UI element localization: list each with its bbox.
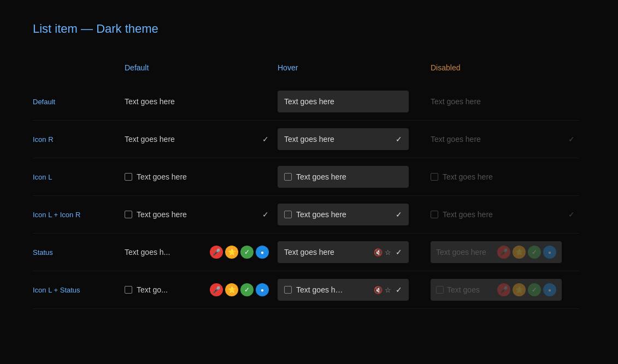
cell-text: Text go... — [137, 285, 168, 294]
checkbox-icon — [125, 286, 132, 294]
star-icon: ⭐ — [225, 283, 238, 296]
cell-default-default[interactable]: Text goes here — [120, 83, 273, 121]
checkbox-icon — [431, 211, 438, 218]
cell-text: Text goes h... — [125, 248, 170, 256]
checkmark-icon: ✓ — [396, 135, 402, 144]
checkbox-icon — [125, 173, 132, 181]
cell-text: Text goes here — [284, 135, 334, 144]
mic-off-icon: 🔇 — [374, 286, 382, 294]
cell-iconlstatus-hover[interactable]: Text goes here 🔇 ☆ ✓ — [273, 271, 426, 309]
star-icon: ⭐ — [513, 246, 526, 259]
checkmark-icon: ✓ — [262, 210, 269, 219]
cell-iconl-disabled: Text goes here — [426, 158, 579, 196]
check-circle-icon: ✓ — [528, 283, 541, 296]
checkbox-icon — [284, 286, 292, 294]
cell-text: Text goes here — [443, 172, 493, 181]
row-label-default: Default — [33, 83, 120, 121]
check-circle-icon: ✓ — [528, 246, 541, 259]
star-outline-icon: ☆ — [385, 286, 391, 294]
cell-text: Text goes here — [443, 210, 493, 219]
hover-status-icons: 🔇 ☆ ✓ — [374, 285, 402, 294]
cell-text: Text goes here — [431, 97, 481, 106]
cell-default-hover[interactable]: Text goes here — [273, 83, 426, 121]
row-label-status: Status — [33, 234, 120, 271]
cell-text: Text goes here — [431, 135, 481, 144]
mic-off-icon: 🎤 — [497, 283, 510, 296]
mic-off-icon: 🔇 — [374, 248, 382, 256]
status-icons-disabled: 🎤 ⭐ ✓ ● — [497, 283, 556, 296]
col-header-default: Default — [120, 63, 273, 83]
checkbox-icon — [284, 173, 292, 181]
cell-iconlr-disabled: Text goes here ✓ — [426, 196, 579, 234]
cell-text: Text goes here — [125, 97, 175, 106]
cell-text: Text goes here — [137, 172, 187, 181]
row-label-icon-l-status: Icon L + Status — [33, 271, 120, 309]
cell-status-default[interactable]: Text goes h... 🎤 ⭐ ✓ ● — [120, 234, 273, 271]
checkbox-icon — [431, 173, 438, 181]
dot-icon: ● — [543, 283, 556, 296]
mic-off-icon: 🎤 — [210, 283, 223, 296]
status-icons: 🎤 ⭐ ✓ ● — [210, 246, 269, 259]
status-icons-disabled: 🎤 ⭐ ✓ ● — [497, 246, 556, 259]
dot-icon: ● — [256, 246, 269, 259]
cell-text: Text goes here — [284, 248, 369, 256]
cell-iconl-default[interactable]: Text goes here — [120, 158, 273, 196]
check-circle-icon: ✓ — [240, 283, 254, 296]
checkbox-icon — [284, 211, 292, 218]
hover-status-icons: 🔇 ☆ ✓ — [374, 248, 402, 256]
star-icon: ⭐ — [513, 283, 526, 296]
dot-icon: ● — [256, 283, 269, 296]
cell-iconl-hover[interactable]: Text goes here — [273, 158, 426, 196]
row-header-empty — [33, 63, 120, 83]
cell-iconlstatus-disabled: Text goes 🎤 ⭐ ✓ ● — [426, 271, 579, 309]
cell-text: Text goes here — [296, 210, 346, 219]
cell-text: Text goes here — [137, 210, 187, 219]
checkmark-icon: ✓ — [396, 285, 402, 294]
checkbox-icon — [436, 286, 444, 294]
cell-iconlr-hover[interactable]: Text goes here ✓ — [273, 196, 426, 234]
star-outline-icon: ☆ — [385, 248, 391, 256]
col-header-disabled: Disabled — [426, 63, 579, 83]
row-label-icon-l: Icon L — [33, 158, 120, 196]
cell-default-disabled: Text goes here — [426, 83, 579, 121]
cell-iconr-hover[interactable]: Text goes here ✓ — [273, 121, 426, 158]
cell-status-hover[interactable]: Text goes here 🔇 ☆ ✓ — [273, 234, 426, 271]
checkmark-icon: ✓ — [262, 135, 269, 144]
col-header-hover: Hover — [273, 63, 426, 83]
cell-text: Text goes — [447, 285, 480, 294]
cell-text: Text goes here — [296, 172, 346, 181]
main-grid: Default Hover Disabled Default Text goes… — [33, 63, 585, 309]
checkmark-icon: ✓ — [396, 210, 402, 219]
cell-text: Text goes here — [436, 248, 494, 256]
cell-iconr-disabled: Text goes here ✓ — [426, 121, 579, 158]
cell-iconlstatus-default[interactable]: Text go... 🎤 ⭐ ✓ ● — [120, 271, 273, 309]
cell-iconlr-default[interactable]: Text goes here ✓ — [120, 196, 273, 234]
checkmark-icon: ✓ — [568, 210, 575, 219]
dot-icon: ● — [543, 246, 556, 259]
cell-text: Text goes here — [125, 135, 175, 144]
status-icons: 🎤 ⭐ ✓ ● — [210, 283, 269, 296]
mic-off-icon: 🎤 — [497, 246, 510, 259]
cell-text: Text goes here — [284, 97, 334, 106]
row-label-icon-l-r: Icon L + Icon R — [33, 196, 120, 234]
check-circle-icon: ✓ — [240, 246, 254, 259]
star-icon: ⭐ — [225, 246, 238, 259]
cell-text: Text goes here — [296, 285, 345, 294]
page-title: List item — Dark theme — [33, 22, 585, 36]
mic-off-icon: 🎤 — [210, 246, 223, 259]
checkmark-icon: ✓ — [568, 135, 575, 144]
row-label-icon-r: Icon R — [33, 121, 120, 158]
cell-iconr-default[interactable]: Text goes here ✓ — [120, 121, 273, 158]
checkmark-icon: ✓ — [396, 248, 402, 256]
checkbox-icon — [125, 211, 132, 218]
cell-status-disabled: Text goes here 🎤 ⭐ ✓ ● — [426, 234, 579, 271]
page-container: List item — Dark theme Default Hover Dis… — [0, 0, 618, 331]
